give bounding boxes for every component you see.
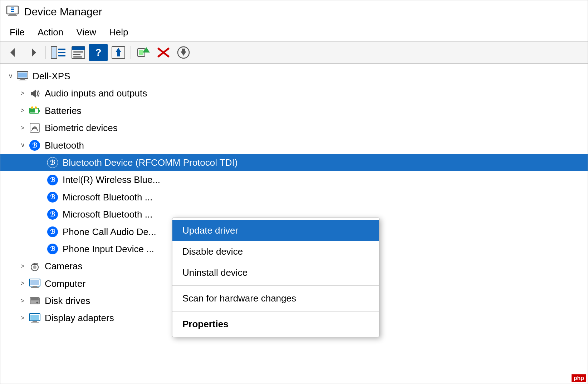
- svg-rect-5: [11, 11, 14, 12]
- show-hide-button[interactable]: [49, 44, 68, 61]
- computer-icon: [16, 70, 29, 83]
- tree-root-dell-xps[interactable]: ∨ Dell-XPS: [0, 68, 588, 85]
- biometric-label: Biometric devices: [45, 121, 118, 134]
- expand-icon-diskdrives[interactable]: >: [18, 296, 27, 305]
- help-button[interactable]: ?: [89, 44, 108, 61]
- audio-label: Audio inputs and outputs: [45, 87, 147, 100]
- svg-point-55: [33, 265, 36, 269]
- context-menu: Update driver Disable device Uninstall d…: [172, 218, 379, 337]
- menu-help[interactable]: Help: [103, 25, 134, 40]
- displayadapters-label: Display adapters: [45, 311, 114, 324]
- bt-phoneinput-icon: ℬ: [46, 243, 59, 255]
- tree-bt-intel[interactable]: ℬ Intel(R) Wireless Blue...: [0, 171, 588, 188]
- svg-marker-6: [10, 48, 15, 57]
- bt-phoneinput-label: Phone Input Device ...: [63, 243, 154, 255]
- cameras-label: Cameras: [45, 260, 82, 273]
- update-button[interactable]: [109, 44, 128, 61]
- bt-ms1-label: Microsoft Bluetooth ...: [63, 191, 152, 204]
- bt-rfcomm-label: Bluetooth Device (RFCOMM Protocol TDI): [63, 156, 237, 169]
- properties-button[interactable]: [69, 44, 88, 61]
- menu-file[interactable]: File: [3, 25, 31, 40]
- expand-icon-bluetooth[interactable]: ∨: [18, 141, 27, 150]
- svg-marker-19: [116, 48, 121, 52]
- expand-icon-biometric[interactable]: >: [18, 124, 27, 132]
- expand-icon-root[interactable]: ∨: [6, 72, 15, 80]
- svg-point-37: [31, 106, 33, 109]
- bluetooth-icon: ℬ: [28, 139, 41, 152]
- no-expand-bt-intel: [36, 176, 45, 184]
- batteries-label: Batteries: [45, 104, 82, 117]
- tree-batteries[interactable]: > Batteries: [0, 102, 588, 119]
- audio-icon: [28, 87, 41, 100]
- displayadapters-icon: [28, 312, 41, 325]
- tree-bt-ms1[interactable]: ℬ Microsoft Bluetooth ...: [0, 189, 588, 206]
- scan-button[interactable]: [134, 44, 153, 61]
- tree-bluetooth[interactable]: ∨ ℬ Bluetooth: [0, 137, 588, 154]
- diskdrives-icon: [28, 294, 41, 307]
- no-expand-bt-phonecall: [36, 228, 45, 236]
- download-button[interactable]: [174, 44, 193, 61]
- expand-icon-batteries[interactable]: >: [18, 106, 27, 115]
- ctx-scan-hardware[interactable]: Scan for hardware changes: [172, 288, 379, 309]
- svg-text:ℬ: ℬ: [50, 211, 55, 218]
- svg-text:ℬ: ℬ: [50, 176, 55, 184]
- svg-point-38: [35, 106, 37, 109]
- menu-bar: File Action View Help: [0, 23, 588, 42]
- bt-ms2-icon: ℬ: [46, 208, 59, 221]
- svg-rect-12: [58, 55, 65, 56]
- watermark: php: [572, 374, 586, 382]
- svg-rect-20: [117, 52, 120, 56]
- svg-rect-59: [30, 280, 39, 285]
- svg-marker-7: [32, 48, 36, 57]
- menu-action[interactable]: Action: [31, 25, 70, 40]
- ctx-update-driver[interactable]: Update driver: [172, 220, 379, 241]
- ctx-properties[interactable]: Properties: [172, 314, 379, 335]
- forward-button[interactable]: [24, 44, 43, 61]
- no-expand-bt-ms1: [36, 193, 45, 201]
- toolbar: ?: [0, 42, 588, 64]
- svg-rect-36: [39, 110, 40, 112]
- remove-button[interactable]: [154, 44, 173, 61]
- svg-rect-4: [11, 9, 14, 10]
- menu-view[interactable]: View: [70, 25, 103, 40]
- svg-marker-23: [143, 47, 150, 53]
- bt-rfcomm-icon: ℬ: [46, 156, 59, 169]
- diskdrives-label: Disk drives: [45, 294, 90, 307]
- no-expand-bt-phoneinput: [36, 245, 45, 253]
- expand-icon-cameras[interactable]: >: [18, 262, 27, 270]
- tree-biometric[interactable]: > Biometric devices: [0, 119, 588, 136]
- ctx-disable-device[interactable]: Disable device: [172, 241, 379, 262]
- svg-text:ℬ: ℬ: [50, 228, 55, 235]
- bt-intel-label: Intel(R) Wireless Blue...: [63, 173, 160, 186]
- svg-rect-14: [72, 46, 85, 50]
- tree-bt-rfcomm[interactable]: ℬ Bluetooth Device (RFCOMM Protocol TDI): [0, 154, 588, 171]
- svg-rect-30: [18, 73, 27, 78]
- svg-rect-15: [73, 51, 83, 53]
- title-bar: Device Manager: [0, 0, 588, 23]
- svg-rect-16: [73, 54, 80, 55]
- tree-audio[interactable]: > Audio inputs and outputs: [0, 85, 588, 102]
- bt-ms1-icon: ℬ: [46, 191, 59, 204]
- svg-text:ℬ: ℬ: [32, 142, 37, 149]
- svg-rect-10: [58, 49, 65, 50]
- computer-label: Computer: [45, 277, 85, 290]
- ctx-uninstall-device[interactable]: Uninstall device: [172, 262, 379, 283]
- expand-icon-computer[interactable]: >: [18, 279, 27, 288]
- bt-ms2-label: Microsoft Bluetooth ...: [63, 208, 152, 221]
- no-expand-bt-rfcomm: [36, 158, 45, 167]
- svg-rect-17: [73, 56, 82, 58]
- batteries-icon: [28, 104, 41, 117]
- bt-intel-icon: ℬ: [46, 174, 59, 186]
- svg-text:ℬ: ℬ: [50, 194, 55, 201]
- svg-rect-28: [182, 49, 185, 52]
- bluetooth-label: Bluetooth: [45, 139, 84, 152]
- back-button[interactable]: [4, 44, 23, 61]
- device-manager-window: Device Manager File Action View Help: [0, 0, 588, 384]
- svg-rect-66: [30, 315, 39, 320]
- svg-rect-39: [30, 123, 39, 133]
- expand-icon-displayadapters[interactable]: >: [18, 314, 27, 323]
- toolbar-sep-1: [45, 46, 46, 59]
- computer-tree-icon: [28, 277, 41, 290]
- svg-point-64: [36, 302, 38, 304]
- expand-icon-audio[interactable]: >: [18, 89, 27, 98]
